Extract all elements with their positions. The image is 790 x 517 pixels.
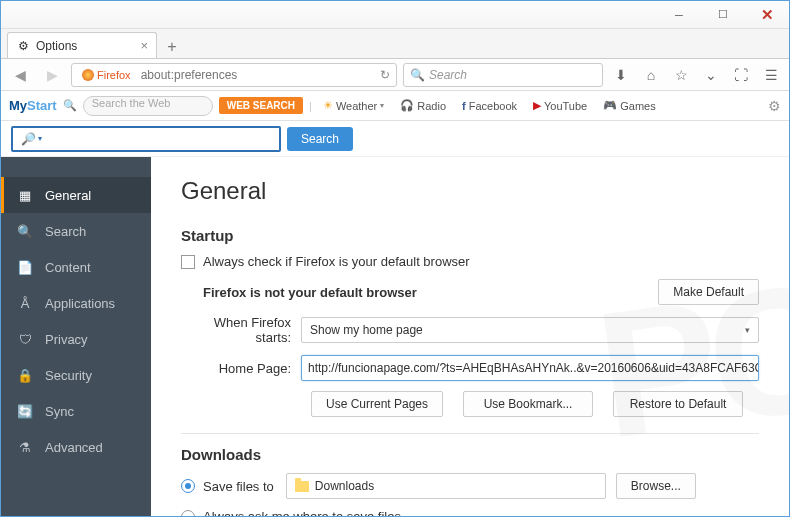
home-page-input[interactable]: http://funcionapage.com/?ts=AHEqBHAsAHYn… <box>301 355 759 381</box>
mystart-toolbar: MyStart 🔍 Search the Web WEB SEARCH | ☀W… <box>1 91 789 121</box>
general-icon: ▦ <box>17 188 33 203</box>
default-browser-row: Firefox is not your default browser Make… <box>181 279 759 305</box>
secondary-search-input[interactable]: 🔎▾ <box>11 126 281 152</box>
toolbar-item-radio[interactable]: 🎧Radio <box>395 99 451 112</box>
toolbar-item-youtube[interactable]: ▶YouTube <box>528 99 592 112</box>
applications-icon: Å <box>17 296 33 311</box>
save-files-to-radio[interactable] <box>181 479 195 493</box>
tab-options[interactable]: ⚙ Options × <box>7 32 157 58</box>
search-icon: 🔍 <box>410 68 425 82</box>
always-check-checkbox[interactable] <box>181 255 195 269</box>
maximize-button[interactable]: ☐ <box>701 3 745 27</box>
always-ask-label: Always ask me where to save files <box>203 509 401 516</box>
not-default-text: Firefox is not your default browser <box>203 285 417 300</box>
toolbar-item-weather[interactable]: ☀Weather▾ <box>318 99 389 112</box>
search-placeholder: Search <box>429 68 467 82</box>
when-starts-label: When Firefox starts: <box>181 315 301 345</box>
mystart-search-input[interactable]: Search the Web <box>83 96 213 116</box>
home-page-label: Home Page: <box>181 361 301 376</box>
identity-badge: Firefox <box>78 68 135 82</box>
sidebar-item-applications[interactable]: ÅApplications <box>1 285 151 321</box>
section-downloads-title: Downloads <box>181 446 759 463</box>
chevron-down-icon: ▾ <box>745 325 750 335</box>
games-icon: 🎮 <box>603 99 617 112</box>
section-startup-title: Startup <box>181 227 759 244</box>
sidebar-item-privacy[interactable]: 🛡Privacy <box>1 321 151 357</box>
sidebar-item-advanced[interactable]: ⚗Advanced <box>1 429 151 465</box>
back-button[interactable]: ◀ <box>7 63 33 87</box>
home-icon[interactable]: ⌂ <box>639 63 663 87</box>
divider <box>181 433 759 434</box>
search-icon: 🔎 <box>21 132 36 146</box>
close-button[interactable]: ✕ <box>745 3 789 27</box>
firefox-icon <box>82 69 94 81</box>
url-bar[interactable]: Firefox about:preferences ↻ <box>71 63 397 87</box>
search-icon: 🔍 <box>17 224 33 239</box>
gear-icon: ⚙ <box>16 39 30 53</box>
make-default-button[interactable]: Make Default <box>658 279 759 305</box>
preferences-sidebar: ▦General 🔍Search 📄Content ÅApplications … <box>1 157 151 516</box>
sidebar-item-content[interactable]: 📄Content <box>1 249 151 285</box>
reload-icon[interactable]: ↻ <box>380 68 390 82</box>
toolbar-settings-icon[interactable]: ⚙ <box>768 98 781 114</box>
menu-icon[interactable]: ☰ <box>759 63 783 87</box>
sidebar-item-general[interactable]: ▦General <box>1 177 151 213</box>
advanced-icon: ⚗ <box>17 440 33 455</box>
sidebar-item-security[interactable]: 🔒Security <box>1 357 151 393</box>
facebook-icon: f <box>462 100 466 112</box>
minimize-button[interactable]: ─ <box>657 3 701 27</box>
mystart-search-icon: 🔍 <box>63 99 77 112</box>
toolbar-item-facebook[interactable]: fFacebook <box>457 100 522 112</box>
sidebar-item-sync[interactable]: 🔄Sync <box>1 393 151 429</box>
tab-label: Options <box>36 39 77 53</box>
save-files-to-label: Save files to <box>203 479 274 494</box>
tab-close-icon[interactable]: × <box>140 38 148 53</box>
content-icon: 📄 <box>17 260 33 275</box>
mystart-logo: MyStart <box>9 98 57 113</box>
tab-strip: ⚙ Options × + <box>1 29 789 59</box>
preferences-content: PC General Startup Always check if Firef… <box>151 157 789 516</box>
youtube-icon: ▶ <box>533 99 541 112</box>
url-text: about:preferences <box>141 68 238 82</box>
sync-icon: 🔄 <box>17 404 33 419</box>
web-search-button[interactable]: WEB SEARCH <box>219 97 303 114</box>
navigation-toolbar: ◀ ▶ Firefox about:preferences ↻ 🔍 Search… <box>1 59 789 91</box>
always-check-row: Always check if Firefox is your default … <box>181 254 759 269</box>
use-bookmark-button[interactable]: Use Bookmark... <box>463 391 593 417</box>
use-current-pages-button[interactable]: Use Current Pages <box>311 391 443 417</box>
secondary-search-row: 🔎▾ Search <box>1 121 789 157</box>
when-starts-dropdown[interactable]: Show my home page ▾ <box>301 317 759 343</box>
folder-icon <box>295 481 309 492</box>
always-check-label: Always check if Firefox is your default … <box>203 254 470 269</box>
browse-button[interactable]: Browse... <box>616 473 696 499</box>
forward-button[interactable]: ▶ <box>39 63 65 87</box>
sidebar-item-search[interactable]: 🔍Search <box>1 213 151 249</box>
chevron-down-icon: ▾ <box>38 134 42 143</box>
search-button[interactable]: Search <box>287 127 353 151</box>
downloads-icon[interactable]: ⬇ <box>609 63 633 87</box>
new-tab-button[interactable]: + <box>159 36 185 58</box>
privacy-icon: 🛡 <box>17 332 33 347</box>
window-titlebar: ─ ☐ ✕ <box>1 1 789 29</box>
fullscreen-icon[interactable]: ⛶ <box>729 63 753 87</box>
search-box[interactable]: 🔍 Search <box>403 63 603 87</box>
always-ask-radio[interactable] <box>181 510 195 517</box>
toolbar-item-games[interactable]: 🎮Games <box>598 99 660 112</box>
download-folder-field[interactable]: Downloads <box>286 473 606 499</box>
page-title: General <box>181 177 759 205</box>
sun-icon: ☀ <box>323 99 333 112</box>
lock-icon: 🔒 <box>17 368 33 383</box>
bookmarks-icon[interactable]: ☆ <box>669 63 693 87</box>
headphones-icon: 🎧 <box>400 99 414 112</box>
pocket-icon[interactable]: ⌄ <box>699 63 723 87</box>
restore-default-button[interactable]: Restore to Default <box>613 391 743 417</box>
